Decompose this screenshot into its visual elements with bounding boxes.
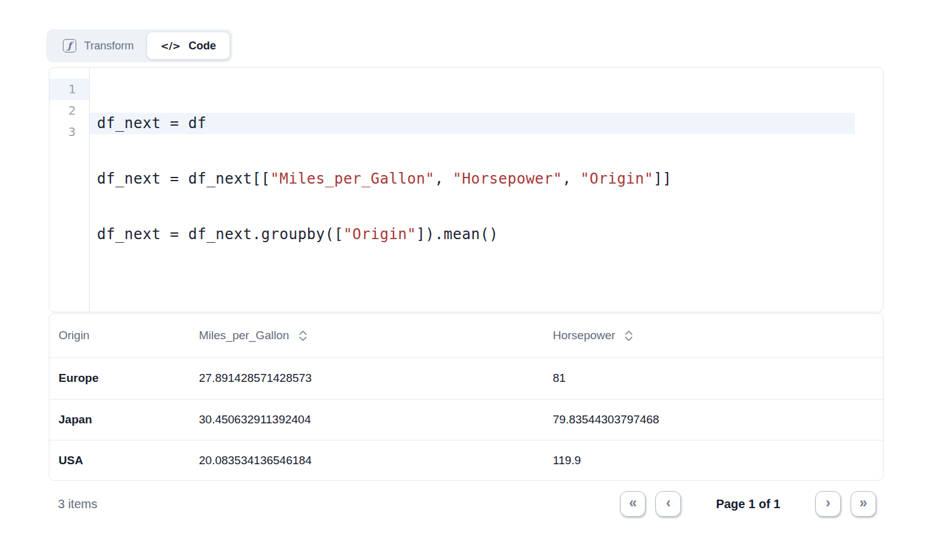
- chevron-left-icon: ‹: [666, 496, 671, 510]
- sort-updown-icon[interactable]: [624, 330, 633, 342]
- code-token: ,: [562, 170, 580, 187]
- column-header-label: Horsepower: [553, 329, 615, 342]
- cell-miles-per-gallon: 27.891428571428573: [190, 372, 544, 385]
- cell-origin: Japan: [49, 413, 190, 426]
- code-token: df_next = df_next[[: [97, 170, 270, 187]
- code-token: ,: [434, 170, 453, 187]
- tab-code[interactable]: </> Code: [147, 32, 229, 59]
- code-token: ]]: [653, 170, 672, 187]
- cell-horsepower: 119.9: [544, 454, 883, 467]
- table-row: Japan 30.450632911392404 79.835443037974…: [49, 399, 883, 440]
- cell-origin: Europe: [49, 372, 190, 385]
- code-token: ]).mean(): [416, 226, 498, 243]
- table-row: USA 20.083534136546184 119.9: [49, 440, 883, 481]
- next-page-button[interactable]: ›: [815, 491, 841, 517]
- code-token: df_next = df: [97, 115, 206, 132]
- code-line-1[interactable]: df_next = df: [90, 113, 855, 134]
- cell-horsepower: 79.83544303797468: [544, 413, 883, 426]
- code-line-2[interactable]: df_next = df_next[["Miles_per_Gallon", "…: [90, 168, 855, 190]
- dataframe-table: Origin Miles_per_Gallon Horsepower Europ…: [49, 313, 884, 481]
- sort-updown-icon[interactable]: [298, 330, 308, 342]
- first-page-button[interactable]: «: [620, 491, 646, 517]
- code-line-3[interactable]: df_next = df_next.groupby(["Origin"]).me…: [90, 224, 855, 245]
- string-token: "Miles_per_Gallon": [270, 170, 434, 187]
- double-chevron-left-icon: «: [629, 496, 637, 510]
- page-indicator: Page 1 of 1: [716, 497, 780, 511]
- code-editor[interactable]: 1 2 3 df_next = df df_next = df_next[["M…: [49, 67, 884, 312]
- function-icon: ƒ: [63, 39, 76, 52]
- prev-page-button[interactable]: ‹: [655, 491, 681, 517]
- column-header-miles-per-gallon[interactable]: Miles_per_Gallon: [190, 329, 544, 342]
- code-brackets-icon: </>: [160, 40, 181, 52]
- string-token: "Origin": [580, 170, 653, 187]
- tab-transform-label: Transform: [84, 40, 134, 52]
- tab-transform[interactable]: ƒ Transform: [49, 32, 147, 59]
- tab-code-label: Code: [189, 40, 216, 52]
- line-number: 3: [49, 121, 89, 143]
- cell-miles-per-gallon: 30.450632911392404: [190, 413, 544, 426]
- string-token: "Origin": [344, 226, 417, 243]
- column-header-horsepower[interactable]: Horsepower: [544, 329, 883, 342]
- double-chevron-right-icon: »: [860, 496, 868, 510]
- table-row: Europe 27.891428571428573 81: [49, 357, 883, 399]
- items-count: 3 items: [49, 497, 97, 511]
- table-footer: 3 items « ‹ Page 1 of 1 › »: [49, 488, 884, 520]
- cell-miles-per-gallon: 20.083534136546184: [190, 454, 544, 467]
- pagination: « ‹ Page 1 of 1 › »: [620, 491, 876, 517]
- string-token: "Horsepower": [453, 170, 562, 187]
- view-tabs: ƒ Transform </> Code: [46, 29, 232, 62]
- line-number: 1: [49, 79, 89, 100]
- line-number: 2: [49, 100, 89, 121]
- column-header-origin: Origin: [49, 329, 190, 342]
- code-content[interactable]: df_next = df df_next = df_next[["Miles_p…: [90, 68, 883, 312]
- code-token: df_next = df_next.groupby([: [97, 226, 344, 243]
- cell-origin: USA: [49, 454, 190, 467]
- column-header-label: Origin: [59, 329, 90, 342]
- last-page-button[interactable]: »: [851, 491, 876, 517]
- cell-horsepower: 81: [544, 372, 883, 385]
- line-number-gutter: 1 2 3: [49, 68, 90, 312]
- column-header-label: Miles_per_Gallon: [199, 329, 289, 342]
- chevron-right-icon: ›: [826, 496, 830, 510]
- table-header-row: Origin Miles_per_Gallon Horsepower: [49, 314, 883, 357]
